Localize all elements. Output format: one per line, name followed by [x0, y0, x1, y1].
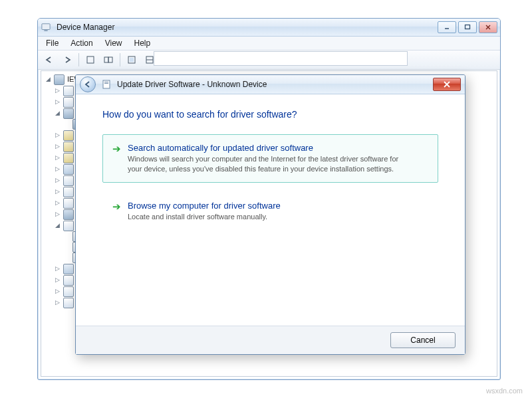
device-icon — [63, 298, 74, 308]
device-icon — [63, 286, 74, 297]
arrow-icon: ➔ — [112, 143, 121, 174]
option-title: Search automatically for updated driver … — [128, 143, 414, 153]
update-driver-dialog: Update Driver Software - Unknown Device … — [75, 74, 466, 355]
maximize-button[interactable] — [458, 21, 477, 33]
device-icon — [63, 153, 74, 163]
address-bar[interactable] — [154, 51, 408, 66]
menu-help[interactable]: Help — [129, 37, 156, 49]
cancel-button[interactable]: Cancel — [390, 332, 456, 348]
device-icon — [63, 164, 74, 175]
svg-rect-13 — [103, 80, 110, 88]
device-icon — [63, 187, 74, 197]
device-icon — [63, 221, 74, 231]
device-icon — [63, 275, 74, 286]
minimize-button[interactable] — [438, 21, 456, 33]
watermark: wsxdn.com — [486, 387, 523, 395]
app-icon — [41, 22, 51, 33]
option-search-automatically[interactable]: ➔ Search automatically for updated drive… — [102, 134, 438, 183]
window-title: Device Manager — [55, 23, 434, 32]
svg-rect-1 — [44, 30, 47, 31]
option-title: Browse my computer for driver software — [128, 201, 281, 211]
dialog-title: Update Driver Software - Unknown Device — [117, 80, 428, 89]
nav-back-icon[interactable] — [41, 52, 58, 68]
device-icon — [63, 175, 74, 186]
option-description: Locate and install driver software manua… — [128, 212, 281, 222]
back-button[interactable] — [80, 76, 96, 92]
svg-rect-7 — [104, 57, 108, 62]
toolbar-button-1[interactable] — [82, 52, 99, 68]
toolbar-button-3[interactable] — [123, 52, 140, 68]
menu-file[interactable]: File — [41, 37, 64, 49]
svg-rect-14 — [104, 82, 108, 82]
dialog-icon — [101, 79, 112, 90]
computer-icon — [54, 74, 65, 85]
toolbar — [38, 50, 500, 70]
device-icon — [63, 97, 74, 108]
dialog-footer: Cancel — [76, 326, 465, 354]
dialog-heading: How do you want to search for driver sof… — [102, 109, 438, 120]
device-icon — [63, 209, 74, 220]
option-description: Windows will search your computer and th… — [128, 154, 414, 174]
device-icon — [63, 108, 74, 119]
device-icon — [63, 130, 74, 141]
dialog-close-button[interactable] — [433, 78, 461, 91]
device-icon — [63, 86, 74, 96]
dialog-titlebar[interactable]: Update Driver Software - Unknown Device — [76, 75, 465, 94]
svg-rect-8 — [108, 57, 112, 62]
device-icon — [63, 264, 74, 274]
svg-rect-6 — [87, 56, 94, 63]
svg-rect-3 — [466, 25, 470, 29]
menu-view[interactable]: View — [100, 37, 128, 49]
svg-rect-10 — [130, 58, 134, 62]
arrow-icon: ➔ — [112, 201, 121, 222]
menu-bar: File Action View Help — [38, 37, 500, 50]
svg-rect-15 — [104, 83, 108, 84]
toolbar-button-2[interactable] — [100, 52, 117, 68]
titlebar[interactable]: Device Manager — [38, 19, 500, 37]
menu-action[interactable]: Action — [65, 37, 98, 49]
close-button[interactable] — [479, 21, 497, 33]
svg-rect-0 — [42, 24, 50, 30]
device-icon — [63, 198, 74, 209]
nav-forward-icon[interactable] — [59, 52, 76, 68]
option-browse-computer[interactable]: ➔ Browse my computer for driver software… — [102, 192, 438, 231]
device-icon — [63, 142, 74, 152]
